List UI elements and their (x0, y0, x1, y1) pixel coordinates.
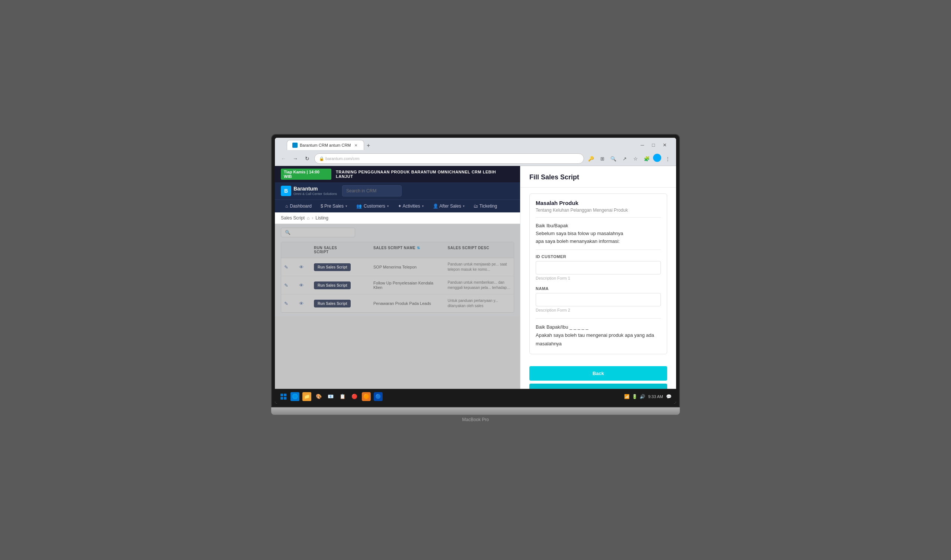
field1-input[interactable] (536, 261, 661, 274)
taskbar-app7[interactable]: 🟠 (362, 392, 371, 401)
forward-nav-button[interactable]: → (291, 154, 300, 163)
nav-item-dashboard[interactable]: ⌂ Dashboard (281, 200, 316, 212)
nav-item-presales[interactable]: $ Pre Sales ▾ (316, 200, 352, 212)
edit-icon-3[interactable]: ✎ (284, 301, 288, 306)
taskbar: 🌐 📁 🎨 📧 📋 🔴 🟠 🔵 📶 🔋 🔊 9:33 AM (275, 389, 676, 404)
intro-text: Baik Ibu/Bapak Sebelum saya bisa folow u… (536, 222, 661, 245)
customers-chevron: ▾ (387, 204, 389, 208)
edit-cell-2: ✎ (281, 279, 296, 292)
form-group-nama: NAMA Description Form 2 (536, 286, 661, 312)
activities-chevron: ▾ (422, 204, 424, 208)
run-script-button-3[interactable]: Run Sales Script (314, 300, 351, 308)
start-button[interactable] (279, 392, 288, 401)
customers-icon: 👥 (356, 203, 362, 209)
name-cell-1: SOP Menerima Telepon (370, 261, 445, 273)
table-row: ✎ 👁 Run Sales Script Penawaran Produk Pa… (281, 294, 514, 312)
crm-nav: ⌂ Dashboard $ Pre Sales ▾ 👥 Customers ▾ (275, 199, 520, 212)
view-icon-2[interactable]: 👁 (299, 283, 304, 288)
new-tab-button[interactable]: + (364, 141, 373, 150)
taskbar-app3[interactable]: 🎨 (314, 392, 323, 401)
table-header: RUN SALESSCRIPT SALES SCRIPT NAME ⇅ SALE… (281, 242, 514, 258)
address-bar[interactable]: 🔒 barantum.com/crm (314, 153, 584, 164)
table-row: ✎ 👁 Run Sales Script SOP Menerima Telepo… (281, 258, 514, 276)
section-divider-2 (536, 249, 661, 250)
star-icon[interactable]: ☆ (631, 154, 640, 163)
form-group-id-customer: ID CUSTOMER Description Form 1 (536, 254, 661, 280)
menu-icon[interactable]: ⋮ (663, 154, 672, 163)
minimize-button[interactable]: ─ (637, 140, 647, 150)
zoom-icon[interactable]: 🔍 (608, 154, 618, 163)
network-icon: 📶 (624, 394, 630, 399)
address-text: 🔒 barantum.com/crm (319, 156, 360, 161)
taskbar-app5[interactable]: 📋 (338, 392, 347, 401)
notification-icon[interactable]: 💬 (666, 394, 672, 399)
desc-cell-1: Panduan untuk menjawab pe... saat telepo… (445, 258, 514, 276)
section-title: Masalah Produk (536, 200, 661, 206)
view-cell-3: 👁 (296, 297, 311, 310)
edit-cell-1: ✎ (281, 261, 296, 274)
tab-close-button[interactable]: ✕ (353, 143, 359, 148)
run-script-button-2[interactable]: Run Sales Script (314, 282, 351, 289)
field1-label: ID CUSTOMER (536, 254, 661, 259)
edit-icon-2[interactable]: ✎ (284, 283, 288, 288)
nav-item-ticketing[interactable]: 🗂 Ticketing (469, 200, 502, 212)
laptop-brand-label: MacBook Pro (271, 415, 680, 426)
script-section-main: Masalah Produk Tentang Keluhan Pelanggan… (529, 194, 667, 354)
section-subtitle: Tentang Keluhan Pelanggan Mengenai Produ… (536, 208, 661, 213)
windows-logo (280, 394, 286, 400)
nav-item-activities[interactable]: ✦ Activities ▾ (393, 200, 428, 212)
view-icon-1[interactable]: 👁 (299, 265, 304, 270)
table-search-input[interactable] (281, 228, 355, 237)
table-row: ✎ 👁 Run Sales Script Follow Up Penyelesa… (281, 276, 514, 294)
crm-header: B Barantum Omni & Call Center Solutions (275, 182, 520, 199)
taskbar-folder[interactable]: 📁 (302, 392, 311, 401)
edit-icon-1[interactable]: ✎ (284, 265, 288, 270)
sys-icons: 📶 🔋 🔊 (624, 394, 645, 399)
breadcrumb-separator: › (312, 215, 313, 221)
screenshot-icon[interactable]: ⊞ (597, 154, 607, 163)
browser-tab[interactable]: Barantum CRM antum CRM ✕ (287, 140, 364, 150)
field1-desc: Description Form 1 (536, 276, 661, 280)
battery-icon: 🔋 (632, 394, 637, 399)
logo-subtext: Omni & Call Center Solutions (294, 192, 337, 196)
announce-badge: Tiap Kamis | 14:00 WIB (281, 169, 331, 180)
field2-input[interactable] (536, 293, 661, 306)
run-cell-1: Run Sales Script (311, 260, 370, 275)
view-icon-3[interactable]: 👁 (299, 301, 304, 306)
back-button[interactable]: Back (529, 366, 667, 381)
breadcrumb: Sales Script ⌂ › Listing (275, 212, 520, 224)
run-script-button-1[interactable]: Run Sales Script (314, 263, 351, 271)
back-nav-button[interactable]: ← (279, 154, 288, 163)
name-cell-2: Follow Up Penyelesaian Kendala Klien (370, 277, 445, 293)
field2-desc: Description Form 2 (536, 308, 661, 312)
aftersales-chevron: ▾ (463, 204, 465, 208)
outro-text: Baik Bapak/Ibu _ _ _ _ _ Apakah saya bol… (536, 323, 661, 348)
taskbar-app6[interactable]: 🔴 (350, 392, 359, 401)
panel-title: Fill Sales Script (529, 174, 667, 181)
taskbar-edge[interactable]: 🌐 (291, 392, 299, 401)
taskbar-app4[interactable]: 📧 (326, 392, 335, 401)
maximize-button[interactable]: □ (649, 140, 658, 150)
close-button[interactable]: ✕ (660, 140, 669, 150)
section-divider-3 (536, 318, 661, 318)
taskbar-right: 📶 🔋 🔊 9:33 AM 💬 (624, 394, 672, 399)
taskbar-app8[interactable]: 🔵 (374, 392, 383, 401)
nav-item-aftersales[interactable]: 👤 After Sales ▾ (428, 200, 469, 212)
name-cell-3: Penawaran Produk Pada Leads (370, 297, 445, 309)
crm-content: RUN SALESSCRIPT SALES SCRIPT NAME ⇅ SALE… (275, 224, 520, 316)
sales-script-table: RUN SALESSCRIPT SALES SCRIPT NAME ⇅ SALE… (281, 242, 514, 313)
share-icon[interactable]: ↗ (620, 154, 629, 163)
view-cell-1: 👁 (296, 261, 311, 274)
key-icon[interactable]: 🔑 (586, 154, 596, 163)
reload-button[interactable]: ↻ (302, 154, 312, 163)
fill-sales-script-panel: Fill Sales Script Masalah Produk Tentang… (520, 166, 676, 389)
breadcrumb-current: Listing (315, 215, 328, 221)
crm-search-input[interactable] (342, 185, 402, 197)
desc-cell-3: Untuk panduan pertanyaan y... ditanyakan… (445, 294, 514, 312)
edit-cell-3: ✎ (281, 297, 296, 310)
puzzle-icon[interactable]: 🧩 (642, 154, 652, 163)
nav-item-customers[interactable]: 👥 Customers ▾ (352, 200, 393, 212)
desc-cell-2: Panduan untuk memberikan... dan menggali… (445, 276, 514, 294)
profile-icon[interactable] (653, 154, 661, 162)
finished-button[interactable]: Finished (529, 384, 667, 389)
